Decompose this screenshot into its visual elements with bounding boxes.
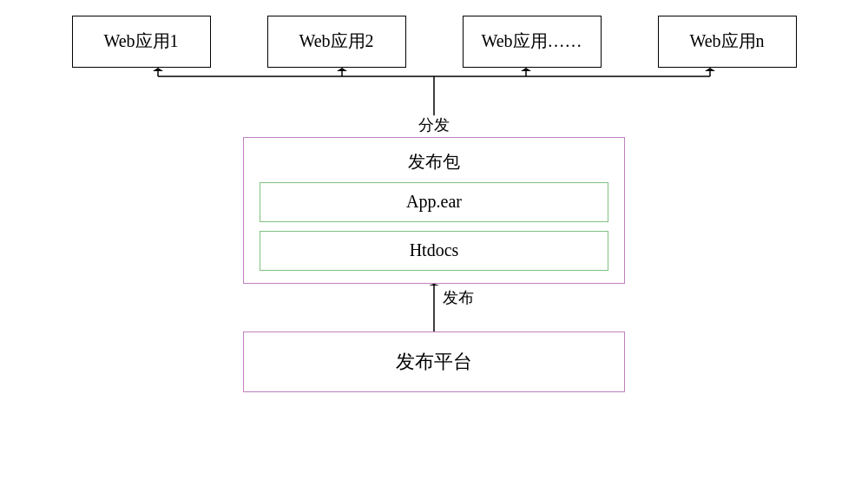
platform-label: 发布平台 [396, 349, 472, 375]
web-app-3-label: Web应用…… [481, 30, 582, 53]
svg-marker-8 [521, 68, 531, 71]
app-ear-label: App.ear [406, 192, 462, 212]
htdocs-box: Htdocs [260, 231, 608, 271]
diagram: Web应用1 Web应用2 Web应用…… Web应用n 分发 [43, 16, 825, 484]
svg-text:分发: 分发 [418, 116, 450, 134]
distribute-arrows-svg: 分发 [43, 68, 825, 137]
publish-label: 发布 [443, 289, 474, 306]
web-app-3: Web应用…… [463, 16, 602, 68]
web-app-1: Web应用1 [72, 16, 211, 68]
htdocs-label: Htdocs [410, 240, 459, 260]
platform-box: 发布平台 [243, 332, 625, 392]
svg-marker-6 [337, 68, 347, 71]
publish-arrow-svg: 发布 [391, 284, 477, 332]
web-app-1-label: Web应用1 [103, 30, 178, 53]
web-app-2-label: Web应用2 [299, 30, 373, 53]
svg-marker-4 [153, 68, 163, 71]
svg-marker-12 [429, 284, 439, 286]
publish-package-title: 发布包 [408, 150, 460, 174]
web-app-4-label: Web应用n [689, 30, 764, 53]
web-app-4: Web应用n [658, 16, 797, 68]
web-apps-row: Web应用1 Web应用2 Web应用…… Web应用n [43, 16, 825, 68]
publish-package-box: 发布包 App.ear Htdocs [243, 137, 625, 284]
app-ear-box: App.ear [260, 182, 608, 222]
svg-marker-10 [705, 68, 715, 71]
web-app-2: Web应用2 [267, 16, 406, 68]
